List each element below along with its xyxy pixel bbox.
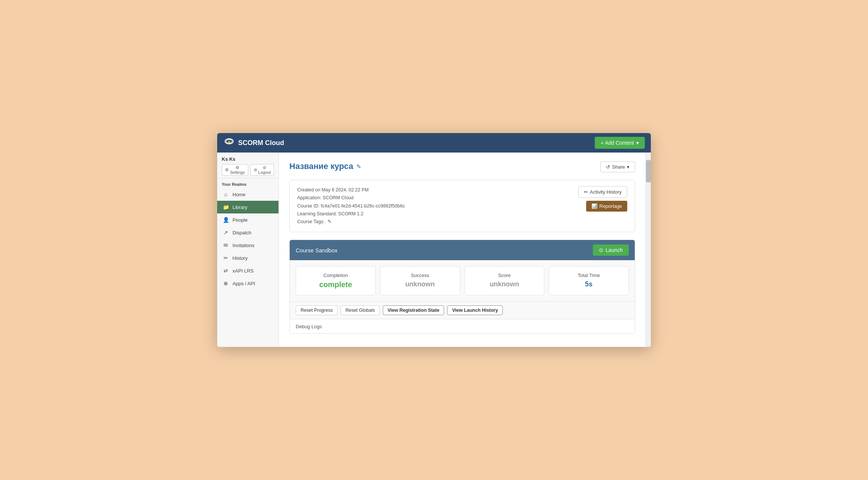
sidebar-username: Ks Ks [222, 156, 274, 162]
completion-value: complete [302, 280, 369, 289]
course-learning-standard: Learning Standard: SCORM 1.2 [297, 210, 405, 218]
reportage-button[interactable]: 📊 Reportage [586, 201, 627, 212]
reset-globals-button[interactable]: Reset Globals [341, 305, 380, 315]
top-nav: SCORM Cloud + Add Content ▾ [217, 133, 651, 153]
success-label: Success [387, 273, 454, 278]
play-circle-icon: ⊙ [599, 247, 603, 253]
action-buttons-row: Reset Progress Reset Globals View Regist… [290, 301, 635, 319]
score-label: Score [471, 273, 538, 278]
sidebar-item-history[interactable]: ✂ History [217, 252, 278, 264]
stat-card-total-time: Total Time 5s [549, 266, 629, 295]
gear-icon: ⚙ [225, 167, 229, 172]
history-icon: ✂ [223, 255, 229, 261]
dispatch-icon: ↗ [223, 230, 229, 236]
sidebar-item-invitations-label: Invitations [233, 243, 255, 248]
xapi-icon: ⇄ [223, 268, 229, 274]
debug-logs-row: Debug Logs [290, 319, 635, 333]
total-time-label: Total Time [555, 273, 622, 278]
logout-label: ⊘ Logout [258, 165, 271, 175]
sidebar-item-xapi-label: xAPI LRS [233, 268, 253, 274]
score-value: unknown [471, 280, 538, 288]
content-header: Название курса ✎ ↺ Share ▾ [289, 161, 635, 172]
sandbox-section: Course Sandbox ⊙ Launch Completion compl… [289, 240, 635, 334]
sidebar-item-home-label: Home [233, 192, 246, 197]
share-dropdown-icon: ▾ [627, 164, 630, 170]
sidebar-user-section: Ks Ks ⚙ ⚙ Settings ⊘ ⊘ Logout [217, 153, 278, 178]
launch-button[interactable]: ⊙ Launch [593, 244, 629, 256]
course-tags: Course Tags: ✎ [297, 218, 405, 226]
content-area: Название курса ✎ ↺ Share ▾ Created on Ma… [279, 153, 646, 347]
stat-card-completion: Completion complete [296, 266, 376, 295]
course-meta: Created on May 6 2024, 02:22 PM Applicat… [297, 186, 405, 226]
course-actions: ✏ Activity History 📊 Reportage [578, 186, 627, 212]
edit-course-icon[interactable]: ✎ [356, 163, 361, 170]
course-application: Application: SCORM Cloud [297, 194, 405, 202]
course-title: Название курса [289, 161, 353, 171]
scrollbar-thumb[interactable] [646, 160, 651, 182]
debug-logs-label: Debug Logs [296, 324, 322, 329]
sandbox-header: Course Sandbox ⊙ Launch [290, 240, 635, 260]
sidebar-item-people[interactable]: 👤 People [217, 213, 278, 226]
sidebar-item-home[interactable]: ⌂ Home [217, 188, 278, 201]
logout-button[interactable]: ⊘ ⊘ Logout [250, 164, 274, 176]
add-content-button[interactable]: + Add Content ▾ [595, 137, 645, 149]
settings-label: ⚙ Settings [230, 165, 245, 175]
reportage-label: Reportage [599, 203, 622, 209]
app-name: SCORM Cloud [238, 139, 284, 147]
course-info-card: Created on May 6 2024, 02:22 PM Applicat… [289, 180, 635, 232]
activity-history-label: Activity History [590, 189, 622, 195]
share-label: Share [612, 164, 625, 170]
scrollbar-track[interactable] [646, 153, 651, 347]
main-body: Ks Ks ⚙ ⚙ Settings ⊘ ⊘ Logout Your Realm… [217, 153, 651, 347]
launch-label: Launch [606, 247, 623, 253]
browser-window: SCORM Cloud + Add Content ▾ Ks Ks ⚙ ⚙ Se… [217, 133, 651, 347]
add-content-label: + Add Content [601, 140, 634, 146]
sidebar-item-dispatch[interactable]: ↗ Dispatch [217, 226, 278, 239]
sidebar-item-invitations[interactable]: ✉ Invitations [217, 239, 278, 252]
sidebar-item-apps-label: Apps / API [233, 281, 255, 286]
total-time-value: 5s [555, 280, 622, 288]
course-title-row: Название курса ✎ [289, 161, 361, 171]
logo-icon [223, 137, 235, 149]
apps-icon: ⊕ [223, 280, 229, 286]
view-launch-history-button[interactable]: View Launch History [447, 305, 503, 315]
sidebar-item-apps-api[interactable]: ⊕ Apps / API [217, 277, 278, 290]
view-registration-state-button[interactable]: View Registration State [383, 305, 444, 315]
people-icon: 👤 [223, 217, 229, 223]
invitations-icon: ✉ [223, 242, 229, 248]
completion-label: Completion [302, 273, 369, 278]
sidebar-item-history-label: History [233, 255, 247, 261]
home-icon: ⌂ [223, 191, 229, 197]
course-tags-edit-icon[interactable]: ✎ [327, 219, 332, 224]
dropdown-arrow-icon: ▾ [636, 140, 639, 146]
pencil-icon: ✏ [584, 189, 588, 195]
sidebar-item-xapi-lrs[interactable]: ⇄ xAPI LRS [217, 264, 278, 277]
sidebar: Ks Ks ⚙ ⚙ Settings ⊘ ⊘ Logout Your Realm… [217, 153, 279, 347]
sidebar-user-actions: ⚙ ⚙ Settings ⊘ ⊘ Logout [222, 164, 274, 176]
reset-progress-button[interactable]: Reset Progress [296, 305, 338, 315]
app-logo: SCORM Cloud [223, 137, 284, 149]
course-created: Created on May 6 2024, 02:22 PM [297, 186, 405, 194]
stats-row: Completion complete Success unknown Scor… [290, 260, 635, 301]
sidebar-item-dispatch-label: Dispatch [233, 230, 252, 236]
course-id: Course ID: fc4a7e01-fe2d-4541-b26c-cc988… [297, 202, 405, 210]
share-button[interactable]: ↺ Share ▾ [600, 161, 635, 172]
library-icon: 📁 [223, 204, 229, 210]
sidebar-item-people-label: People [233, 217, 247, 223]
sidebar-item-library[interactable]: 📁 Library [217, 201, 278, 213]
stat-card-success: Success unknown [380, 266, 460, 295]
bar-chart-icon: 📊 [591, 203, 597, 209]
sandbox-title: Course Sandbox [296, 247, 338, 253]
share-icon: ↺ [606, 164, 610, 170]
activity-history-button[interactable]: ✏ Activity History [578, 186, 627, 198]
settings-button[interactable]: ⚙ ⚙ Settings [222, 164, 248, 176]
stat-card-score: Score unknown [465, 266, 545, 295]
success-value: unknown [387, 280, 454, 288]
sidebar-item-library-label: Library [233, 204, 247, 210]
realms-section-label: Your Realms [217, 178, 278, 188]
logout-icon: ⊘ [254, 167, 257, 172]
